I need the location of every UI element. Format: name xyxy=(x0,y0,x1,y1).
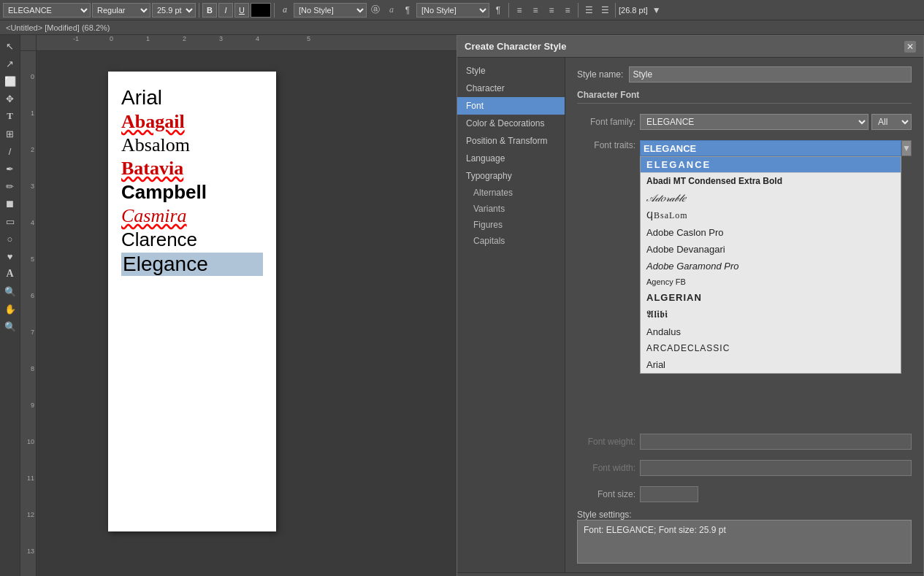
nav-item-position-transform[interactable]: Position & Transform xyxy=(457,132,565,150)
nav-sub-item-alternates[interactable]: Alternates xyxy=(457,185,565,201)
right-panel: Create Character Style ✕ Style Character… xyxy=(457,35,924,576)
nav-item-character[interactable]: Character xyxy=(457,80,565,97)
style-settings-label: Style settings: xyxy=(577,510,912,520)
font-size-input[interactable] xyxy=(640,486,698,502)
font-all-select[interactable]: All xyxy=(871,114,912,130)
font-family-toolbar[interactable]: ELEGANCE xyxy=(3,3,91,18)
doc-text-elegance: Elegance xyxy=(121,253,263,276)
rectangle-tool[interactable]: ▭ xyxy=(2,213,18,229)
select-tool[interactable]: ↖ xyxy=(2,38,18,54)
ruler-horizontal: -1 0 1 2 3 4 5 xyxy=(37,35,457,51)
style-name-row: Style name: xyxy=(577,66,912,82)
font-family-select[interactable]: ELEGANCE xyxy=(640,114,868,130)
font-option-arial[interactable]: Arial xyxy=(641,356,901,373)
sep3 xyxy=(508,3,509,18)
dropdown-arrow-icon[interactable]: ▼ xyxy=(649,3,664,18)
font-traits-input[interactable] xyxy=(640,140,901,156)
hand-tool[interactable]: ✋ xyxy=(2,301,18,317)
a-circle-icon[interactable]: ⓐ xyxy=(368,3,383,18)
paragraph-icon[interactable]: ¶ xyxy=(400,3,415,18)
align-justify-icon[interactable]: ≡ xyxy=(560,3,575,18)
font-option-algerian[interactable]: ALGERIAN xyxy=(641,289,901,306)
font-traits-label: Font traits: xyxy=(577,140,635,150)
list-unordered-icon[interactable]: ☰ xyxy=(581,3,596,18)
ellipse-tool[interactable]: ○ xyxy=(2,231,18,247)
page-tool[interactable]: ⬜ xyxy=(2,73,18,89)
style-settings-section: Style settings: Font: ELEGANCE; Font siz… xyxy=(577,510,912,564)
heart-tool[interactable]: ♥ xyxy=(2,248,18,264)
font-weight-row: Font weight: xyxy=(577,434,912,450)
font-option-adorable[interactable]: 𝒜𝒹𝑜𝓇𝒶𝒷𝓁𝑒 xyxy=(641,189,901,207)
toolbar: ELEGANCE Regular 25.9 pt B I U a [No Sty… xyxy=(0,0,924,20)
style-settings-box: Font: ELEGANCE; Font size: 25.9 pt xyxy=(577,520,912,564)
nav-item-font[interactable]: Font xyxy=(457,97,565,115)
align-right-icon[interactable]: ≡ xyxy=(544,3,559,18)
doc-text-batavia: Batavia xyxy=(121,158,263,180)
list-ordered-icon[interactable]: ☰ xyxy=(597,3,612,18)
pencil-tool[interactable]: ✏ xyxy=(2,178,18,194)
font-option-arcade[interactable]: ARCADECLASSIC xyxy=(641,340,901,356)
text-tool[interactable]: T xyxy=(2,108,18,124)
font-style-toolbar[interactable]: Regular xyxy=(92,3,150,18)
font-dropdown[interactable]: ELEGANCE Abadi MT Condensed Extra Bold 𝒜… xyxy=(640,156,901,374)
nav-sub-item-variants[interactable]: Variants xyxy=(457,201,565,217)
font-option-adobe-devanagari[interactable]: Adobe Devanagari xyxy=(641,241,901,258)
font-option-alibi[interactable]: 𝕬𝖑𝖎𝖇𝖎 xyxy=(641,306,901,323)
type-tool[interactable]: A xyxy=(2,266,18,282)
italic-a-icon[interactable]: a xyxy=(278,3,292,18)
font-option-adobe-garamond[interactable]: Adobe Garamond Pro xyxy=(641,258,901,274)
font-option-abadi[interactable]: Abadi MT Condensed Extra Bold xyxy=(641,172,901,189)
dialog-close-button[interactable]: ✕ xyxy=(904,41,916,53)
sep5 xyxy=(615,3,616,18)
zoom-tool[interactable]: 🔍 xyxy=(2,318,18,334)
font-width-input[interactable] xyxy=(640,460,912,476)
direct-select-tool[interactable]: ↗ xyxy=(2,55,18,72)
font-option-elegance[interactable]: ELEGANCE xyxy=(641,157,901,172)
font-size-toolbar[interactable]: 25.9 pt xyxy=(152,3,196,18)
font-traits-row: Font traits: ▼ ELEGANCE Abadi MT Condens… xyxy=(577,140,912,156)
infobar: <Untitled> [Modified] (68.2%) xyxy=(0,20,924,35)
nav-sub-item-figures[interactable]: Figures xyxy=(457,217,565,233)
nav-item-language[interactable]: Language xyxy=(457,150,565,167)
font-option-absalom[interactable]: ϤBsaLom xyxy=(641,207,901,224)
style-name-input[interactable] xyxy=(629,66,912,82)
nav-item-style[interactable]: Style xyxy=(457,62,565,80)
create-character-style-dialog: Create Character Style ✕ Style Character… xyxy=(457,35,924,576)
font-family-label: Font family: xyxy=(577,117,635,127)
content-tool[interactable]: ✥ xyxy=(2,91,18,107)
style-select2[interactable]: [No Style] xyxy=(416,3,489,18)
table-tool[interactable]: ⊞ xyxy=(2,126,18,142)
font-option-adobe-caslon[interactable]: Adobe Caslon Pro xyxy=(641,224,901,241)
traits-dropdown-arrow[interactable]: ▼ xyxy=(901,140,912,156)
nav-item-typography[interactable]: Typography xyxy=(457,167,565,185)
font-size-label: Font size: xyxy=(577,489,635,499)
document-title: <Untitled> [Modified] (68.2%) xyxy=(6,23,110,32)
a-plain-icon[interactable]: a xyxy=(384,3,399,18)
sep2 xyxy=(274,3,275,18)
doc-text-casmira: Casmira xyxy=(121,205,263,227)
line-tool[interactable]: / xyxy=(2,143,18,159)
canvas-area: -1 0 1 2 3 4 5 0 1 2 3 4 5 6 7 8 9 10 11… xyxy=(20,35,457,576)
font-weight-input[interactable] xyxy=(640,434,912,450)
nav-sub-item-capitals[interactable]: Capitals xyxy=(457,233,565,249)
char-font-title: Character Font xyxy=(577,90,912,104)
nav-item-color-decorations[interactable]: Color & Decorations xyxy=(457,115,565,132)
color-tool[interactable]: ■ xyxy=(2,196,18,212)
pen-tool[interactable]: ✒ xyxy=(2,161,18,177)
color-swatch[interactable] xyxy=(251,3,271,18)
font-weight-label: Font weight: xyxy=(577,437,635,447)
font-option-andalus[interactable]: Andalus xyxy=(641,323,901,340)
eyedropper-tool[interactable]: 🔍 xyxy=(2,283,18,299)
bold-button[interactable]: B xyxy=(202,3,217,18)
doc-content: Arial Abagail Absalom Batavia Campbell C… xyxy=(108,72,276,291)
dialog-content: Style name: Character Font Font family: … xyxy=(565,58,923,572)
main-area: ↖ ↗ ⬜ ✥ T ⊞ / ✒ ✏ ■ ▭ ○ ♥ A 🔍 ✋ 🔍 -1 0 1… xyxy=(0,35,924,576)
paragraph2-icon[interactable]: ¶ xyxy=(491,3,505,18)
italic-button[interactable]: I xyxy=(218,3,233,18)
font-option-agency-fb[interactable]: Agency FB xyxy=(641,274,901,289)
underline-button[interactable]: U xyxy=(234,3,249,18)
align-center-icon[interactable]: ≡ xyxy=(528,3,543,18)
sep4 xyxy=(578,3,579,18)
style-select1[interactable]: [No Style] xyxy=(294,3,367,18)
align-left-icon[interactable]: ≡ xyxy=(512,3,527,18)
